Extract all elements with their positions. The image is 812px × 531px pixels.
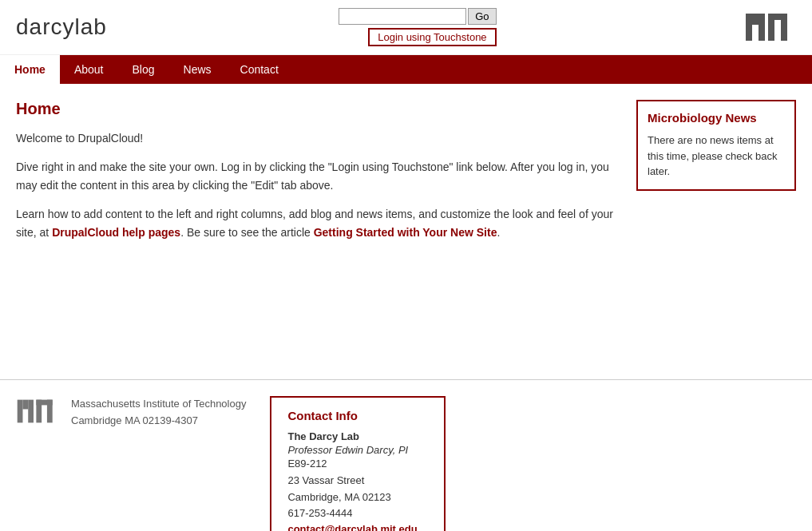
lab-name: The Darcy Lab [287, 430, 428, 442]
footer-institution: Massachusetts Institute of Technology [71, 396, 246, 413]
phone-number: 617-253-4444 [287, 505, 428, 522]
help-paragraph: Learn how to add content to the left and… [16, 205, 620, 241]
site-title: darcylab [16, 14, 107, 40]
footer-city: Cambridge MA 02139-4307 [71, 413, 246, 430]
svg-rect-0 [746, 14, 752, 41]
room-number: E89-212 [287, 456, 428, 473]
svg-rect-2 [759, 14, 765, 41]
email-link[interactable]: contact@darcylab.mit.edu [287, 523, 417, 531]
content-area: Home Welcome to DrupalCloud! Dive right … [16, 100, 620, 347]
svg-rect-6 [18, 400, 23, 423]
footer-address-block: Massachusetts Institute of Technology Ca… [71, 396, 246, 430]
contact-title: Contact Info [287, 409, 428, 422]
news-body: There are no news items at this time, pl… [648, 133, 785, 180]
svg-rect-5 [781, 14, 787, 41]
nav-item-contact[interactable]: Contact [226, 55, 293, 84]
search-row: Go [339, 8, 496, 25]
nav-item-blog[interactable]: Blog [118, 55, 169, 84]
getting-started-link[interactable]: Getting Started with Your New Site [314, 226, 497, 239]
street-address: 23 Vassar Street [287, 473, 428, 489]
search-input[interactable] [339, 8, 466, 25]
help-text-mid: . Be sure to see the article [180, 226, 314, 239]
nav-item-news[interactable]: News [169, 55, 226, 84]
svg-rect-7 [22, 400, 28, 410]
intro-paragraph: Dive right in and make the site your own… [16, 158, 620, 194]
header-right: Go Login using Touchstone [339, 8, 496, 46]
main-container: Home Welcome to DrupalCloud! Dive right … [0, 84, 812, 363]
pi-name: Professor Edwin Darcy, PI [287, 444, 428, 456]
main-nav: Home About Blog News Contact [0, 55, 812, 84]
footer-mit-section: Massachusetts Institute of Technology Ca… [16, 396, 246, 430]
search-button[interactable]: Go [468, 8, 496, 25]
svg-rect-11 [47, 400, 53, 423]
mit-logo-icon [744, 10, 796, 44]
welcome-text: Welcome to DrupalCloud! [16, 129, 620, 147]
city-address: Cambridge, MA 02123 [287, 489, 428, 506]
sidebar: Microbiology News There are no news item… [636, 100, 796, 347]
help-text-suffix: . [497, 226, 500, 239]
news-title: Microbiology News [648, 111, 785, 125]
nav-item-home[interactable]: Home [0, 55, 60, 84]
nav-item-about[interactable]: About [60, 55, 118, 84]
site-footer: Massachusetts Institute of Technology Ca… [0, 379, 812, 531]
svg-rect-8 [28, 400, 34, 423]
news-box: Microbiology News There are no news item… [636, 100, 796, 191]
svg-rect-1 [752, 14, 759, 25]
drupalcloud-help-link[interactable]: DrupalCloud help pages [52, 226, 180, 239]
page-heading: Home [16, 100, 620, 118]
login-button[interactable]: Login using Touchstone [368, 28, 496, 46]
site-header: darcylab Go Login using Touchstone [0, 0, 812, 55]
footer-mit-logo-icon [16, 396, 60, 426]
contact-box: Contact Info The Darcy Lab Professor Edw… [270, 396, 446, 531]
mit-logo [744, 10, 796, 44]
